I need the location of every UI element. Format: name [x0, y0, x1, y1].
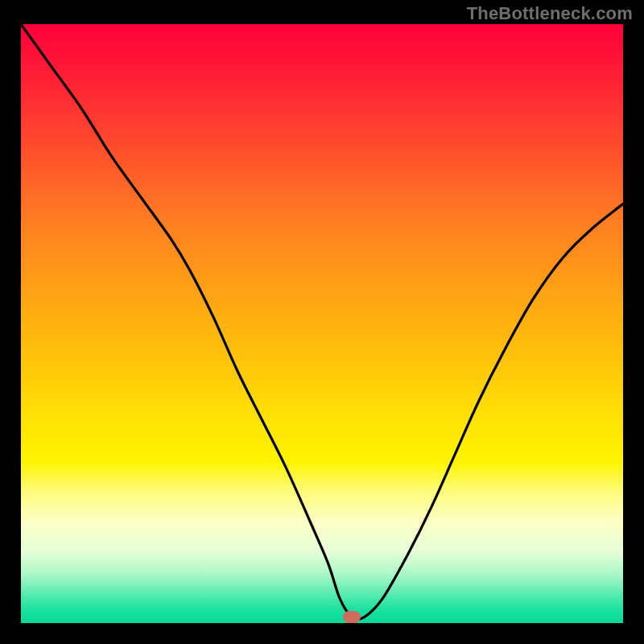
plot-area [21, 24, 623, 623]
chart-container: TheBottleneck.com [0, 0, 644, 644]
bottleneck-curve [21, 24, 623, 623]
optimal-point-marker [343, 611, 361, 623]
watermark-text: TheBottleneck.com [467, 3, 633, 24]
